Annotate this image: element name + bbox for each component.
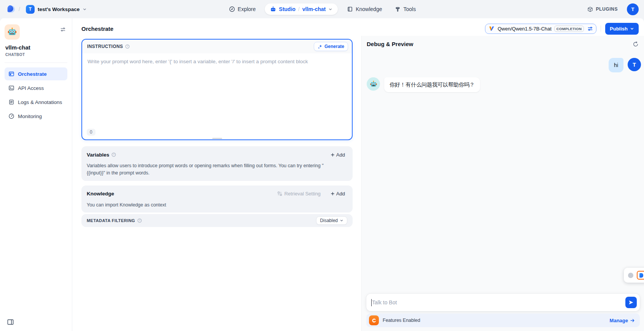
features-bar: Features Enabled Manage — [366, 313, 640, 327]
app-icon[interactable] — [5, 24, 20, 40]
plugins-label: PLUGINS — [596, 6, 618, 12]
svg-text:?: ? — [127, 45, 128, 48]
publish-button[interactable]: Publish — [605, 23, 639, 35]
nav-explore-label: Explore — [238, 6, 256, 12]
metadata-filtering-select[interactable]: Disabled — [316, 216, 347, 225]
knowledge-icon — [347, 6, 353, 12]
instructions-title: INSTRUCTIONS — [87, 44, 123, 49]
model-provider-icon — [488, 26, 495, 32]
help-icon[interactable]: ? — [111, 152, 116, 157]
nav-tools[interactable]: Tools — [391, 3, 420, 15]
retrieval-setting-icon — [277, 191, 282, 196]
page-topbar: Orchestrate Qwen/Qwen1.5-7B-Chat COMPLET… — [72, 18, 644, 36]
instructions-panel: INSTRUCTIONS ? Generate Write your prom — [81, 39, 353, 140]
extension-icon — [637, 271, 644, 280]
app-body: vllm-chat CHATBOT Orchestrate API Access… — [0, 18, 644, 331]
debug-preview-panel: Debug & Preview hi T — [361, 36, 644, 331]
app-name: vllm-chat — [5, 44, 67, 51]
chat-input[interactable] — [372, 299, 625, 305]
model-selector[interactable]: Qwen/Qwen1.5-7B-Chat COMPLETION — [485, 24, 596, 34]
help-icon[interactable]: ? — [137, 218, 142, 223]
user-message-bubble: hi — [609, 58, 623, 72]
robot-icon — [7, 27, 17, 37]
char-count-badge: 0 — [87, 129, 95, 136]
generate-button[interactable]: Generate — [314, 42, 348, 51]
collapse-sidebar-icon[interactable] — [7, 318, 14, 326]
prompt-placeholder: Write your prompt word here, enter '{' t… — [87, 59, 308, 64]
resize-handle[interactable] — [212, 138, 222, 139]
text-caret — [371, 299, 372, 306]
workspace-name: test's Workspace — [38, 6, 80, 12]
chat-message-assistant: 你好！有什么问题我可以帮助你吗？ — [367, 77, 641, 92]
nav-knowledge[interactable]: Knowledge — [343, 3, 386, 15]
chat-message-user: hi T — [367, 58, 641, 72]
dify-logo[interactable] — [6, 4, 15, 14]
manage-features-link[interactable]: Manage — [610, 318, 635, 323]
tools-icon — [395, 6, 401, 12]
app-sidebar: vllm-chat CHATBOT Orchestrate API Access… — [0, 18, 72, 331]
nav-studio-label: Studio — [279, 6, 296, 12]
user-avatar[interactable]: T — [627, 3, 639, 15]
publish-label: Publish — [610, 26, 628, 32]
metadata-filtering-section: METADATA FILTERING ? Disabled — [81, 214, 353, 227]
sidebar-item-label: Monitoring — [18, 114, 42, 119]
page-title: Orchestrate — [81, 26, 113, 32]
chevron-down-icon — [328, 7, 332, 11]
nav-studio-app-name: vllm-chat — [302, 6, 326, 12]
nav-tools-label: Tools — [403, 6, 416, 12]
nav-knowledge-label: Knowledge — [356, 6, 382, 12]
sidebar-item-label: Orchestrate — [18, 71, 47, 77]
arrow-right-icon — [630, 318, 635, 323]
add-knowledge-label: Add — [336, 191, 345, 197]
retrieval-setting-button[interactable]: Retrieval Setting — [275, 190, 323, 198]
add-knowledge-button[interactable]: Add — [328, 190, 347, 198]
nav-studio[interactable]: Studio / vllm-chat — [265, 3, 338, 15]
workspace-selector[interactable]: T test's Workspace — [24, 3, 89, 15]
bot-message-bubble: 你好！有什么问题我可以帮助你吗？ — [384, 77, 480, 92]
sparkle-icon — [318, 44, 323, 49]
app-settings-icon[interactable] — [60, 27, 66, 32]
app-type-label: CHATBOT — [5, 53, 67, 57]
help-icon[interactable]: ? — [125, 44, 130, 49]
chat-input-container — [366, 294, 640, 311]
model-name: Qwen/Qwen1.5-7B-Chat — [498, 26, 552, 32]
nav-explore[interactable]: Explore — [225, 3, 259, 15]
sidebar-item-orchestrate[interactable]: Orchestrate — [5, 67, 67, 80]
monitoring-icon — [8, 113, 14, 119]
knowledge-section: Knowledge Retrieval Setting Add — [81, 185, 353, 213]
model-settings-icon[interactable] — [587, 26, 593, 32]
drag-dot-icon — [628, 273, 633, 278]
add-variable-button[interactable]: Add — [328, 151, 347, 159]
divider — [601, 26, 601, 32]
plugins-button[interactable]: PLUGINS — [584, 4, 621, 14]
knowledge-title: Knowledge — [87, 191, 114, 197]
plus-icon — [331, 153, 335, 157]
browser-extension-widget[interactable] — [624, 268, 644, 283]
orchestrate-config-panel: INSTRUCTIONS ? Generate Write your prom — [72, 36, 361, 331]
send-icon — [628, 300, 634, 305]
robot-icon — [370, 80, 377, 88]
prompt-editor[interactable]: Write your prompt word here, enter '{' t… — [82, 53, 352, 139]
features-enabled-label: Features Enabled — [383, 318, 420, 323]
top-header: / T test's Workspace Explore Studio / vl… — [0, 0, 644, 18]
bot-avatar — [367, 77, 380, 91]
variables-title: Variables — [87, 152, 109, 158]
sidebar-item-monitoring[interactable]: Monitoring — [5, 110, 67, 123]
retrieval-setting-label: Retrieval Setting — [284, 191, 320, 197]
send-button[interactable] — [625, 297, 637, 308]
generate-label: Generate — [324, 44, 344, 49]
logs-icon — [8, 99, 14, 105]
metadata-filtering-title: METADATA FILTERING — [87, 218, 135, 223]
restart-conversation-icon[interactable] — [633, 41, 639, 47]
sidebar-item-api-access[interactable]: API Access — [5, 82, 67, 94]
sidebar-item-logs-annotations[interactable]: Logs & Annotations — [5, 96, 67, 109]
api-access-icon — [8, 85, 14, 91]
manage-label: Manage — [610, 318, 628, 323]
variables-description: Variables allow users to introduce promp… — [87, 162, 324, 177]
add-variable-label: Add — [336, 152, 345, 158]
robot-icon — [270, 6, 276, 12]
variables-section: Variables ? Add Variables allow users to… — [81, 146, 353, 181]
chevron-down-icon — [340, 219, 343, 222]
chat-area: hi T — [362, 50, 644, 294]
plugins-icon — [587, 6, 593, 12]
